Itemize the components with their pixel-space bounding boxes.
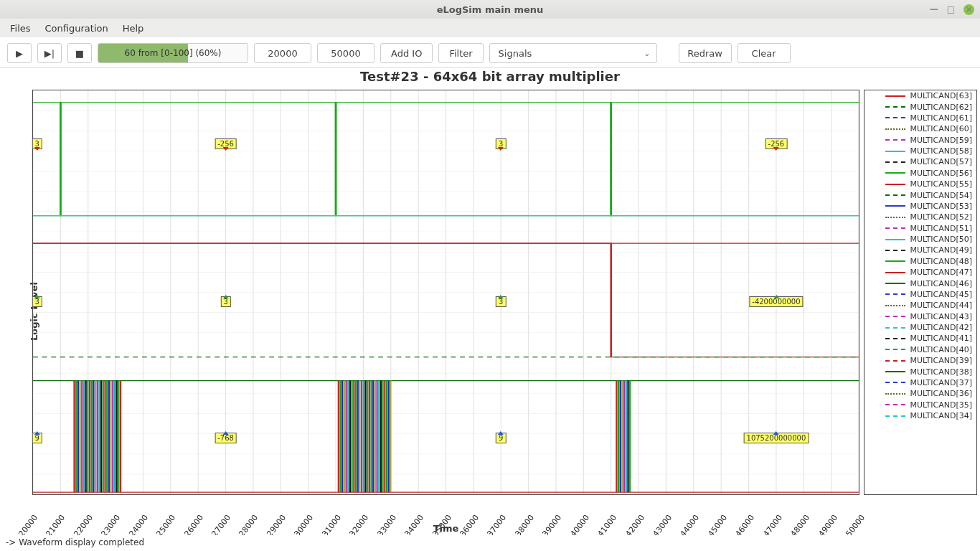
annotation-label: -4200000000 bbox=[749, 296, 803, 307]
legend-swatch bbox=[885, 371, 905, 372]
annotation-label: 3 bbox=[220, 296, 230, 307]
legend-name: MULTICAND[47] bbox=[910, 268, 972, 277]
filter-button[interactable]: Filter bbox=[438, 43, 483, 63]
legend-row: MULTICAND[59] bbox=[864, 135, 976, 146]
legend-row: MULTICAND[35] bbox=[864, 400, 976, 410]
xmax-input[interactable]: 50000 bbox=[317, 43, 374, 63]
legend-row: MULTICAND[40] bbox=[864, 344, 976, 355]
legend-name: MULTICAND[35] bbox=[910, 400, 972, 410]
legend-name: MULTICAND[59] bbox=[910, 136, 972, 145]
legend-swatch bbox=[885, 128, 905, 130]
minimize-icon[interactable]: — bbox=[930, 4, 938, 14]
legend-swatch bbox=[885, 260, 905, 262]
redraw-button[interactable]: Redraw bbox=[679, 43, 732, 63]
legend-row: MULTICAND[36] bbox=[864, 388, 976, 399]
legend-row: MULTICAND[43] bbox=[864, 311, 976, 322]
close-icon[interactable]: × bbox=[963, 4, 974, 15]
legend-swatch bbox=[885, 250, 905, 251]
legend-swatch bbox=[885, 327, 905, 329]
legend-swatch bbox=[885, 382, 905, 383]
chart-title: Test#23 - 64x64 bit array multiplier bbox=[0, 66, 980, 85]
legend-row: MULTICAND[34] bbox=[864, 410, 976, 421]
annotation-label: 9 bbox=[32, 433, 42, 443]
stop-button[interactable]: ■ bbox=[67, 43, 92, 63]
legend-row: MULTICAND[62] bbox=[864, 101, 976, 112]
legend-name: MULTICAND[52] bbox=[910, 212, 972, 222]
annotation-label: 1075200000000 bbox=[744, 433, 809, 443]
legend-swatch bbox=[885, 194, 905, 196]
legend-name: MULTICAND[40] bbox=[910, 345, 972, 354]
progress-label: 60 from [0-100] (60%) bbox=[98, 44, 248, 62]
legend-swatch bbox=[885, 139, 905, 141]
legend-row: MULTICAND[37] bbox=[864, 377, 976, 388]
stop-icon: ■ bbox=[75, 48, 84, 59]
legend-swatch bbox=[885, 305, 905, 306]
legend-name: MULTICAND[34] bbox=[910, 411, 972, 420]
annotation-label: 3 bbox=[496, 296, 506, 307]
legend-row: MULTICAND[55] bbox=[864, 179, 976, 189]
legend-swatch bbox=[885, 404, 905, 405]
legend-name: MULTICAND[61] bbox=[910, 113, 972, 123]
legend-name: MULTICAND[46] bbox=[910, 279, 972, 288]
window-titlebar: eLogSim main menu — □ × bbox=[0, 0, 980, 19]
plot-frame[interactable]: 3-2563-256333-42000000009-76891075200000… bbox=[32, 90, 859, 495]
legend-name: MULTICAND[48] bbox=[910, 257, 972, 266]
legend-name: MULTICAND[62] bbox=[910, 103, 972, 112]
legend-name: MULTICAND[38] bbox=[910, 367, 972, 377]
step-button[interactable]: ▶| bbox=[37, 43, 62, 63]
progress-bar: 60 from [0-100] (60%) bbox=[98, 43, 248, 63]
legend-row: MULTICAND[54] bbox=[864, 189, 976, 200]
legend-name: MULTICAND[44] bbox=[910, 301, 972, 310]
menu-files[interactable]: Files bbox=[4, 21, 37, 36]
legend-name: MULTICAND[41] bbox=[910, 334, 972, 343]
legend-name: MULTICAND[39] bbox=[910, 356, 972, 365]
play-icon: ▶ bbox=[16, 48, 23, 59]
legend-row: MULTICAND[44] bbox=[864, 300, 976, 311]
annotation-label: -768 bbox=[215, 433, 237, 443]
legend-swatch bbox=[885, 151, 905, 152]
legend-name: MULTICAND[54] bbox=[910, 191, 972, 200]
legend-row: MULTICAND[50] bbox=[864, 234, 976, 245]
legend-row: MULTICAND[56] bbox=[864, 168, 976, 179]
chevron-down-icon: ⌄ bbox=[644, 49, 650, 58]
legend-row: MULTICAND[45] bbox=[864, 289, 976, 300]
legend-swatch bbox=[885, 106, 905, 108]
legend-row: MULTICAND[38] bbox=[864, 366, 976, 377]
legend-name: MULTICAND[45] bbox=[910, 290, 972, 299]
clear-button[interactable]: Clear bbox=[738, 43, 791, 63]
annotation-label: -256 bbox=[765, 138, 788, 149]
x-axis-label: Time bbox=[32, 523, 859, 534]
menu-help[interactable]: Help bbox=[117, 21, 150, 36]
chart-area: Test#23 - 64x64 bit array multiplier Log… bbox=[0, 66, 980, 535]
menu-configuration[interactable]: Configuration bbox=[39, 21, 114, 36]
legend-swatch bbox=[885, 360, 905, 362]
play-button[interactable]: ▶ bbox=[7, 43, 32, 63]
signals-select[interactable]: Signals ⌄ bbox=[489, 43, 657, 63]
window-title: eLogSim main menu bbox=[437, 4, 544, 15]
legend-row: MULTICAND[53] bbox=[864, 201, 976, 212]
legend-row: MULTICAND[46] bbox=[864, 278, 976, 288]
legend-row: MULTICAND[42] bbox=[864, 322, 976, 333]
x-ticks: 2000021000220002300024000250002600027000… bbox=[32, 495, 859, 522]
legend-row: MULTICAND[39] bbox=[864, 355, 976, 366]
legend-swatch bbox=[885, 415, 905, 417]
legend-swatch bbox=[885, 349, 905, 350]
legend-swatch bbox=[885, 117, 905, 118]
legend-swatch bbox=[885, 293, 905, 295]
legend-row: MULTICAND[57] bbox=[864, 156, 976, 167]
add-io-button[interactable]: Add IO bbox=[380, 43, 433, 63]
legend-swatch bbox=[885, 283, 905, 284]
xmin-input[interactable]: 20000 bbox=[254, 43, 311, 63]
legend-row: MULTICAND[49] bbox=[864, 245, 976, 255]
maximize-icon[interactable]: □ bbox=[947, 4, 955, 14]
legend-swatch bbox=[885, 338, 905, 339]
legend-row: MULTICAND[58] bbox=[864, 146, 976, 156]
legend-name: MULTICAND[42] bbox=[910, 323, 972, 332]
legend-name: MULTICAND[55] bbox=[910, 179, 972, 189]
menu-bar: Files Configuration Help bbox=[0, 19, 980, 37]
signals-select-label: Signals bbox=[499, 48, 532, 59]
legend-swatch bbox=[885, 95, 905, 97]
legend-name: MULTICAND[50] bbox=[910, 235, 972, 244]
legend-swatch bbox=[885, 172, 905, 174]
legend-name: MULTICAND[57] bbox=[910, 157, 972, 166]
